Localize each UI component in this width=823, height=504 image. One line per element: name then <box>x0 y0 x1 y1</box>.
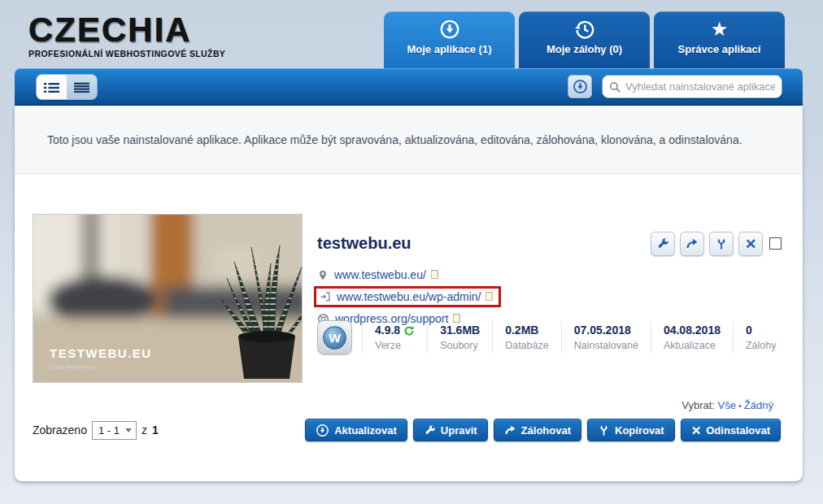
location-pin-icon <box>317 267 329 282</box>
stat-label: Nainstalované <box>574 340 638 351</box>
copy-button[interactable]: Kopírovat <box>587 419 675 441</box>
import-button[interactable] <box>568 75 592 98</box>
link-row-site: www.testwebu.eu/ <box>317 263 501 285</box>
button-label: Odinstalovat <box>706 424 770 437</box>
stat-label: Verze <box>375 340 415 351</box>
stat-label: Databáze <box>505 340 549 351</box>
stat-installed: 07.05.2018 Nainstalované <box>561 322 651 353</box>
update-button[interactable]: Aktualizovat <box>305 419 407 441</box>
stat-value: 07.05.2018 <box>574 324 631 337</box>
select-all-link[interactable]: Vše <box>718 399 736 411</box>
history-icon <box>519 19 650 40</box>
card-action-buttons: ✕ <box>651 232 763 256</box>
stat-files: 31.6MB Soubory <box>427 322 492 353</box>
wordpress-logo-button[interactable]: W <box>317 320 352 354</box>
search-icon <box>609 80 621 94</box>
detailed-view-button[interactable] <box>37 75 67 99</box>
svg-text:W: W <box>329 331 341 345</box>
shown-label: Zobrazeno <box>33 424 87 437</box>
chevron-down-icon <box>125 428 132 432</box>
download-circle-icon <box>384 19 515 40</box>
content-panel: Toto jsou vaše nainstalované aplikace. A… <box>15 106 803 481</box>
page: CZECHIA PROFESIONÁLNÍ WEBHOSTINGOVÉ SLUŽ… <box>0 0 823 504</box>
search-input[interactable] <box>625 80 775 93</box>
stat-label: Aktualizace <box>664 340 721 351</box>
login-arrow-icon <box>320 289 331 304</box>
brand-tagline: PROFESIONÁLNÍ WEBHOSTINGOVÉ SLUŽBY <box>28 49 225 59</box>
compact-view-button[interactable] <box>67 75 97 99</box>
button-label: Kopírovat <box>615 424 664 437</box>
brand-logo[interactable]: CZECHIA PROFESIONÁLNÍ WEBHOSTINGOVÉ SLUŽ… <box>28 12 225 59</box>
app-stats: W 4.9.8 Verze 31.6MB Soubory <box>317 320 789 354</box>
plant-photo-graphic: TESTWEBU.EU Další WordPress <box>33 215 302 382</box>
button-label: Aktualizovat <box>334 424 397 437</box>
button-label: Upravit <box>441 424 477 437</box>
stat-value: 4.9.8 <box>375 324 400 337</box>
app-title[interactable]: testwebu.eu <box>317 234 412 253</box>
wrench-icon <box>424 424 436 437</box>
close-x-icon: ✕ <box>691 424 702 437</box>
external-page-icon[interactable] <box>431 270 438 279</box>
clone-fork-icon <box>598 424 610 437</box>
page-range-select[interactable]: 1 - 1 <box>92 421 137 440</box>
edit-button[interactable]: Upravit <box>413 419 488 441</box>
link-row-admin: www.testwebu.eu/wp-admin/ <box>317 285 501 307</box>
stat-label: Soubory <box>440 340 480 351</box>
tab-label: Moje aplikace (1) <box>407 43 491 55</box>
select-row: Vybrat: Vše•Žádný <box>681 399 773 411</box>
admin-link[interactable]: www.testwebu.eu/wp-admin/ <box>337 290 481 303</box>
tab-application-browser[interactable]: ★ Správce aplikací <box>654 11 785 68</box>
backup-arrow-icon <box>504 424 516 437</box>
tab-bar: Moje aplikace (1) Moje zálohy (0) ★ Sprá… <box>384 11 785 68</box>
select-label: Vybrat: <box>681 399 715 411</box>
app-screenshot-thumbnail[interactable]: TESTWEBU.EU Další WordPress <box>33 214 303 383</box>
brand-name: CZECHIA <box>28 12 225 48</box>
select-none-link[interactable]: Žádný <box>744 399 773 411</box>
refresh-icon[interactable] <box>403 324 415 337</box>
stat-version: 4.9.8 Verze <box>362 322 427 353</box>
stat-label: Zálohy <box>746 340 777 351</box>
button-label: Zálohovat <box>521 424 571 437</box>
select-separator: • <box>738 401 742 411</box>
app-select-checkbox[interactable] <box>769 237 782 250</box>
app-links: www.testwebu.eu/ www.testwebu.eu/wp-admi… <box>317 263 501 329</box>
uninstall-button[interactable]: ✕ <box>738 232 763 256</box>
star-icon: ★ <box>654 19 785 40</box>
total-count: 1 <box>152 424 159 437</box>
update-circle-icon <box>316 423 329 437</box>
toolbar-right <box>568 75 782 98</box>
red-highlight-box: www.testwebu.eu/wp-admin/ <box>314 286 501 307</box>
stat-backups: 0 Zálohy <box>733 322 789 353</box>
stat-updated: 04.08.2018 Aktualizace <box>651 322 733 353</box>
backup-button-bottom[interactable]: Zálohovat <box>494 419 581 441</box>
circle-down-arrow-icon <box>573 79 588 94</box>
pagination: Zobrazeno 1 - 1 z 1 <box>33 421 159 440</box>
wrench-icon <box>656 237 669 250</box>
thumb-title: TESTWEBU.EU <box>50 346 152 360</box>
edit-wrench-button[interactable] <box>651 232 675 256</box>
list-view-icon <box>44 80 59 93</box>
view-toggle <box>36 74 98 100</box>
uninstall-button-bottom[interactable]: ✕ Odinstalovat <box>681 419 781 441</box>
stat-value: 0 <box>746 324 752 337</box>
lines-view-icon <box>74 80 89 93</box>
close-x-icon: ✕ <box>745 237 756 251</box>
search-box <box>602 75 782 98</box>
backup-arrow-icon <box>686 237 699 250</box>
tab-label: Správce aplikací <box>678 43 761 55</box>
stat-value: 31.6MB <box>440 324 480 337</box>
clone-fork-icon <box>715 237 728 250</box>
clone-button[interactable] <box>709 232 734 256</box>
stat-value: 04.08.2018 <box>664 324 721 337</box>
intro-text: Toto jsou vaše nainstalované aplikace. A… <box>15 106 803 174</box>
tab-my-applications[interactable]: Moje aplikace (1) <box>384 11 515 68</box>
tab-my-backups[interactable]: Moje zálohy (0) <box>519 11 650 68</box>
backup-button[interactable] <box>680 232 704 256</box>
site-link[interactable]: www.testwebu.eu/ <box>334 268 426 281</box>
stat-value: 0.2MB <box>505 324 538 337</box>
stat-database: 0.2MB Databáze <box>492 322 561 353</box>
tab-label: Moje zálohy (0) <box>546 43 622 55</box>
toolbar <box>15 68 803 106</box>
of-label: z <box>142 424 147 437</box>
external-page-icon[interactable] <box>486 292 493 301</box>
